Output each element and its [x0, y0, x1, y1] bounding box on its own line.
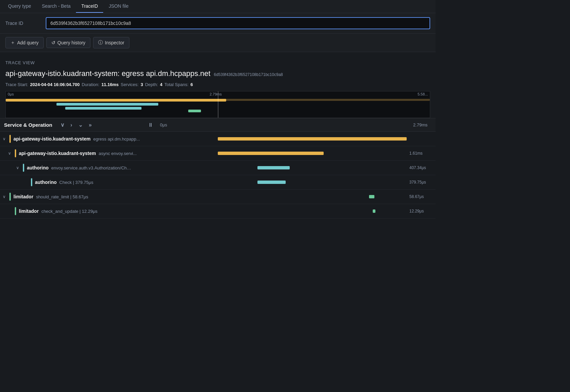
pause-btn[interactable]: ⏸ [145, 121, 156, 129]
meta-start-label: Trace Start: [5, 82, 28, 87]
span-color-bar [31, 178, 32, 186]
span-right: 58.67μs [215, 190, 436, 204]
query-history-button[interactable]: ↺ Query history [46, 37, 90, 48]
trace-title-id: 6d539f4362b3f6527108b171bc10c9a8 [214, 72, 283, 77]
mini-bar-green-1 [188, 110, 201, 112]
query-history-label: Query history [57, 40, 85, 45]
span-left: ∨limitadorshould_rate_limit | 58.67μs [0, 191, 215, 203]
collapse-btn[interactable]: ⌄ [77, 121, 84, 129]
meta-totalspans-value: 6 [191, 82, 193, 87]
span-service: limitador [13, 194, 33, 199]
span-service: limitador [19, 208, 39, 214]
add-query-label: Add query [17, 40, 39, 45]
span-duration: 12.29μs [409, 209, 433, 213]
span-bar [369, 195, 375, 198]
svc-op-header: Service & Operation ∨ › ⌄ » ⏸ 0μs 2.79ms [0, 118, 436, 132]
span-bar [373, 209, 375, 213]
span-bar-container [218, 151, 407, 156]
span-operation: Check | 379.75μs [59, 180, 93, 185]
span-service: authorino [35, 180, 57, 185]
span-row[interactable]: ∨authorinoenvoy.service.auth.v3.Authoriz… [0, 161, 436, 175]
span-left: limitadorcheck_and_update | 12.29μs [0, 205, 215, 217]
svc-header-timeline: 0μs 2.79ms [156, 122, 432, 127]
trace-id-label: Trace ID [5, 21, 46, 26]
meta-totalspans-label: Total Spans: [164, 82, 189, 87]
mini-bar-cyan-2 [65, 107, 141, 110]
span-duration: 58.67μs [409, 194, 433, 199]
span-row[interactable]: limitadorcheck_and_update | 12.29μs12.29… [0, 204, 436, 219]
span-right: 407.34μs [215, 161, 436, 175]
span-bar [218, 152, 324, 155]
tab-query-type[interactable]: Query type [3, 0, 36, 13]
span-operation: envoy.service.auth.v3.Authorization/Chec… [51, 165, 132, 170]
expand-children-btn[interactable]: › [69, 121, 74, 129]
plus-icon: ＋ [10, 40, 15, 46]
span-bar [257, 181, 286, 184]
span-right [215, 132, 436, 146]
expand-all-btn[interactable]: » [87, 121, 93, 129]
action-row: ＋ Add query ↺ Query history ⓘ Inspector [0, 34, 436, 52]
mini-tl-labels: 0μs 2.79ms 5.58... [6, 91, 430, 97]
span-duration: 1.61ms [409, 151, 433, 156]
meta-depth-value: 4 [160, 82, 162, 87]
span-left: ∨authorinoenvoy.service.auth.v3.Authoriz… [0, 162, 215, 174]
mini-timeline[interactable]: 0μs 2.79ms 5.58... [5, 91, 430, 118]
span-left: authorinoCheck | 379.75μs [0, 176, 215, 188]
span-duration: 379.75μs [409, 180, 433, 185]
span-right: 1.61ms [215, 146, 436, 160]
span-color-bar [9, 193, 11, 201]
meta-depth-label: Depth: [145, 82, 158, 87]
span-operation: should_rate_limit | 58.67μs [36, 194, 88, 199]
span-bar-container [218, 165, 407, 170]
spans-container: ∨api-gateway-istio.kuadrant-systemegress… [0, 132, 436, 219]
span-operation: async envoy.servi... [99, 151, 137, 156]
trace-id-row: Trace ID [0, 13, 436, 34]
mini-tl-label-mid: 2.79ms [210, 92, 222, 96]
span-row[interactable]: ∨limitadorshould_rate_limit | 58.67μs58.… [0, 190, 436, 204]
span-bar-container [218, 180, 407, 185]
span-bar-container [218, 209, 407, 213]
span-right: 379.75μs [215, 175, 436, 189]
trace-view-section: Trace View api-gateway-istio.kuadrant-sy… [0, 52, 436, 118]
info-icon: ⓘ [98, 40, 103, 46]
meta-start-value: 2024-04-04 16:06:04.700 [30, 82, 79, 87]
query-tabs: Query type Search - Beta TraceID JSON fi… [0, 0, 436, 13]
tab-json-file[interactable]: JSON file [103, 0, 134, 13]
mini-tl-label-right: 5.58... [417, 92, 428, 96]
span-bar [218, 137, 407, 141]
span-toggle[interactable]: ∨ [3, 194, 8, 199]
span-color-bar [15, 149, 16, 157]
svc-header-title: Service & Operation ∨ › ⌄ » [4, 121, 145, 129]
span-service: api-gateway-istio.kuadrant-system [19, 151, 96, 156]
span-row[interactable]: authorinoCheck | 379.75μs379.75μs [0, 175, 436, 190]
collapse-all-btn[interactable]: ∨ [59, 121, 66, 129]
trace-title: api-gateway-istio.kuadrant-system: egres… [5, 69, 430, 78]
span-toggle[interactable]: ∨ [3, 136, 8, 141]
span-toggle[interactable]: ∨ [16, 165, 22, 170]
meta-duration-value: 11.16ms [101, 82, 119, 87]
span-row[interactable]: ∨api-gateway-istio.kuadrant-systemasync … [0, 146, 436, 161]
span-operation: egress api.dm.hcpapp... [93, 136, 140, 142]
span-row[interactable]: ∨api-gateway-istio.kuadrant-systemegress… [0, 132, 436, 146]
meta-services-value: 3 [140, 82, 143, 87]
span-color-bar [9, 135, 11, 143]
timeline-left-label: 0μs [160, 122, 167, 127]
meta-duration-label: Duration: [82, 82, 99, 87]
span-service: api-gateway-istio.kuadrant-system [13, 136, 91, 142]
span-left: ∨api-gateway-istio.kuadrant-systemasync … [0, 147, 215, 159]
add-query-button[interactable]: ＋ Add query [5, 37, 44, 48]
span-bar-container [218, 136, 407, 141]
mini-tl-label-left: 0μs [8, 92, 14, 96]
trace-view-label: Trace View [5, 60, 430, 65]
tab-search-beta[interactable]: Search - Beta [36, 0, 76, 13]
span-left: ∨api-gateway-istio.kuadrant-systemegress… [0, 133, 215, 145]
inspector-button[interactable]: ⓘ Inspector [93, 37, 129, 48]
span-color-bar [23, 164, 24, 172]
timeline-right-label: 2.79ms [413, 122, 428, 127]
trace-id-input[interactable] [46, 17, 430, 29]
span-color-bar [15, 207, 16, 215]
span-bar [257, 166, 290, 169]
tab-trace-id[interactable]: TraceID [76, 0, 103, 13]
span-toggle[interactable]: ∨ [8, 151, 13, 156]
mini-bar-cyan-1 [56, 103, 158, 106]
